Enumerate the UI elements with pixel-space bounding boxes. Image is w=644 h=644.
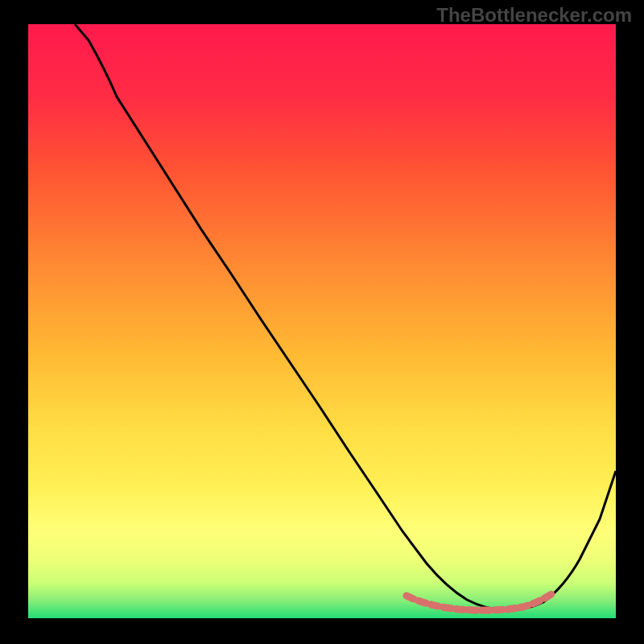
watermark-text: TheBottlenecker.com xyxy=(436,4,632,27)
main-curve-line xyxy=(75,24,616,610)
bottleneck-curve-svg xyxy=(28,24,616,618)
optimal-zone-curve xyxy=(407,594,551,610)
chart-area xyxy=(28,24,616,618)
